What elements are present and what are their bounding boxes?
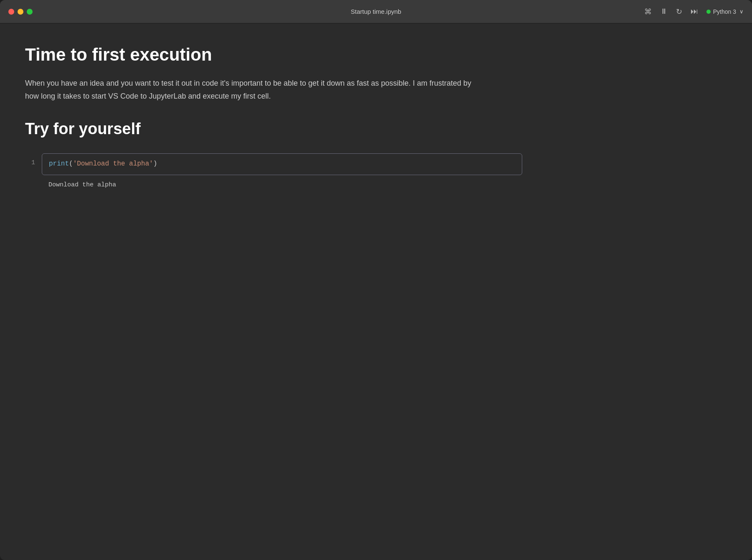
minimize-button[interactable] xyxy=(18,9,23,15)
notebook-paragraph: When you have an idea and you want to te… xyxy=(25,77,485,102)
titlebar-controls: ⌘ ⏸ ↻ ⏭ Python 3 ∨ xyxy=(644,7,744,16)
code-string: 'Download the alpha' xyxy=(73,160,153,168)
kernel-label: Python 3 xyxy=(713,8,736,15)
fast-forward-icon[interactable]: ⏭ xyxy=(691,7,698,16)
jupyter-window: Startup time.ipynb ⌘ ⏸ ↻ ⏭ Python 3 ∨ Ti… xyxy=(0,0,752,560)
cell-code-area[interactable]: print('Download the alpha') xyxy=(42,153,522,175)
maximize-button[interactable] xyxy=(27,9,33,15)
output-text: Download the alpha xyxy=(48,181,116,188)
titlebar: Startup time.ipynb ⌘ ⏸ ↻ ⏭ Python 3 ∨ xyxy=(0,0,752,23)
notebook-subheading: Try for yourself xyxy=(25,120,727,139)
pause-icon[interactable]: ⏸ xyxy=(660,7,668,16)
code-paren-open: ( xyxy=(69,160,73,168)
cell-output: Download the alpha xyxy=(42,178,522,192)
notebook-content: Time to first execution When you have an… xyxy=(0,23,752,560)
kernel-dropdown-icon[interactable]: ∨ xyxy=(739,8,744,15)
notebook-title: Time to first execution xyxy=(25,44,727,65)
kernel-dot xyxy=(706,10,711,14)
code-line: print('Download the alpha') xyxy=(49,159,515,170)
code-cell: 1 print('Download the alpha') xyxy=(25,153,727,175)
traffic-lights xyxy=(8,9,33,15)
code-keyword: print xyxy=(49,160,69,168)
window-title: Startup time.ipynb xyxy=(351,8,401,15)
close-button[interactable] xyxy=(8,9,14,15)
command-icon: ⌘ xyxy=(644,7,652,16)
cell-line-number: 1 xyxy=(25,153,35,166)
refresh-icon[interactable]: ↻ xyxy=(676,7,682,16)
code-paren-close: ) xyxy=(153,160,158,168)
kernel-status[interactable]: Python 3 ∨ xyxy=(706,8,744,15)
